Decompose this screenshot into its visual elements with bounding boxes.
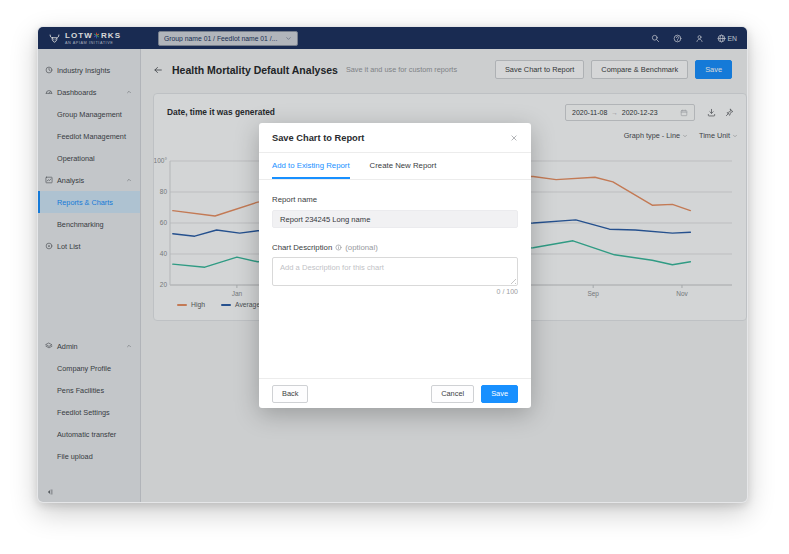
app-window: LOTWRKS AN APIAM INITIATIVE Group name 0… <box>37 26 748 503</box>
modal-title: Save Chart to Report <box>272 133 364 143</box>
modal-body: Report name Report 234245 Long name Char… <box>259 195 531 295</box>
modal-tabs: Add to Existing Report Create New Report <box>259 153 531 180</box>
modal-header: Save Chart to Report <box>259 123 531 153</box>
tab-add-to-existing-report[interactable]: Add to Existing Report <box>272 153 350 179</box>
char-count: 0 / 100 <box>272 288 518 295</box>
modal-footer: Back Cancel Save <box>259 378 531 408</box>
close-icon[interactable] <box>510 134 518 142</box>
save-button-modal[interactable]: Save <box>481 385 518 403</box>
save-chart-modal: Save Chart to Report Add to Existing Rep… <box>259 123 531 408</box>
report-name-value: Report 234245 Long name <box>280 215 370 224</box>
description-textarea-wrap <box>272 257 518 286</box>
desktop-background: LOTWRKS AN APIAM INITIATIVE Group name 0… <box>0 0 789 554</box>
tab-create-new-report[interactable]: Create New Report <box>370 153 437 179</box>
description-textarea[interactable] <box>273 258 517 285</box>
chart-description-label: Chart Description (optional) <box>272 243 518 252</box>
cancel-button[interactable]: Cancel <box>431 385 474 403</box>
info-icon <box>335 244 342 251</box>
report-name-label: Report name <box>272 195 518 204</box>
report-name-select[interactable]: Report 234245 Long name <box>272 210 518 228</box>
optional-note: (optional) <box>345 243 378 252</box>
back-button-modal[interactable]: Back <box>272 385 308 403</box>
